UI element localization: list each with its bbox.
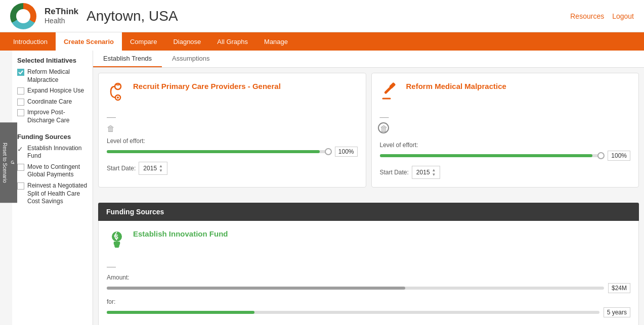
level-of-effort-label-2: Level of effort:	[380, 142, 631, 149]
main-layout: Selected Initiatives Reform Medical Malp…	[0, 51, 644, 325]
initiative-label-reform: Reform Medical Malpractice	[27, 68, 88, 84]
initiative-cards-row: Recruit Primary Care Providers - General…	[98, 73, 639, 188]
card-recruit-title: Recruit Primary Care Providers - General	[133, 81, 281, 91]
funding-label-global: Move to Contingent Global Payments	[27, 163, 88, 179]
card-reform-header: Reform Medical Malpractice	[380, 81, 631, 106]
start-date-label-2: Start Date:	[380, 169, 409, 176]
card-recruit-header: Recruit Primary Care Providers - General	[107, 81, 358, 106]
level-slider-fill-2	[380, 154, 593, 157]
initiative-checkbox-hospice[interactable]	[17, 87, 24, 95]
funding-sources-main-section: Funding Sources $	[98, 203, 639, 325]
card-reform-dash: —	[380, 112, 631, 122]
card-recruit-title-text: Recruit Primary Care Providers - General	[133, 81, 281, 91]
initiative-checkbox-coordinate[interactable]	[17, 99, 24, 106]
nav-item-all-graphs[interactable]: All Graphs	[209, 32, 256, 51]
nav-item-compare[interactable]: Compare	[122, 32, 165, 51]
svg-point-0	[115, 83, 121, 89]
nav-item-diagnose[interactable]: Diagnose	[165, 32, 209, 51]
funding-card-title-container: Establish Innovation Fund	[133, 229, 228, 239]
level-of-effort-label-1: Level of effort:	[107, 137, 358, 145]
card-reform-delete-area: 🗑	[380, 124, 388, 137]
level-slider-row-1: 100%	[107, 147, 358, 157]
for-slider-fill	[107, 311, 254, 314]
amount-label: Amount:	[107, 274, 630, 281]
reset-icon: ↺	[10, 161, 15, 165]
amount-slider-track[interactable]	[107, 287, 604, 290]
funding-card-header: $ Establish Innovation Fund	[107, 229, 630, 255]
start-date-value-2: 2015	[416, 169, 430, 176]
tab-establish-trends[interactable]: Establish Trends	[93, 51, 162, 67]
initiative-label-discharge: Improve Post-Discharge Care	[27, 109, 88, 124]
funding-innovation-fund[interactable]: ✓ Establish Innovation Fund	[17, 145, 88, 160]
svg-text:$: $	[115, 234, 118, 241]
card-reform-title-container: Reform Medical Malpractice	[406, 81, 506, 91]
initiative-post-discharge[interactable]: Improve Post-Discharge Care	[17, 109, 88, 124]
initiative-cards-section: Recruit Primary Care Providers - General…	[93, 68, 644, 198]
initiative-label-hospice: Expand Hospice Use	[27, 87, 84, 95]
app-title: Anytown, USA	[87, 8, 178, 24]
card-recruit-primary: Recruit Primary Care Providers - General…	[98, 73, 366, 188]
nav-item-create-scenario[interactable]: Create Scenario	[56, 32, 122, 51]
for-slider-row: 5 years	[107, 307, 630, 317]
level-slider-track-2[interactable]	[380, 154, 604, 157]
brand-rethink: ReThink	[45, 7, 78, 17]
content-tabs: Establish Trends Assumptions	[93, 51, 644, 68]
card-reform-delete[interactable]: 🗑	[380, 124, 388, 133]
selected-initiatives-title: Selected Initiatives	[17, 57, 88, 64]
svg-rect-8	[114, 245, 119, 247]
lightbulb-icon: $	[107, 229, 127, 255]
start-date-box-2: 2015 ▲▼	[412, 166, 441, 179]
level-slider-track-1[interactable]	[107, 150, 331, 153]
funding-card-dash: —	[107, 261, 630, 272]
stethoscope-icon	[107, 81, 127, 106]
funding-innovation-card: $ Establish Innovation Fund — Amount: $2…	[98, 221, 639, 325]
start-date-row-2: Start Date: 2015 ▲▼	[380, 166, 631, 179]
reset-to-scenario-button[interactable]: ↺ Reset to Scenario	[0, 122, 17, 203]
for-slider-track[interactable]	[107, 311, 599, 314]
initiative-checkbox-reform[interactable]	[17, 69, 24, 76]
sidebar: Selected Initiatives Reform Medical Malp…	[12, 51, 93, 325]
content-area: Establish Trends Assumptions	[93, 51, 644, 325]
nav-item-manage[interactable]: Manage	[256, 32, 296, 51]
funding-contingent-global[interactable]: Move to Contingent Global Payments	[17, 163, 88, 179]
checkmark-icon	[18, 70, 23, 74]
funding-checkmark-innovation: ✓	[17, 145, 24, 153]
funding-checkbox-reinvest[interactable]	[17, 182, 24, 190]
start-date-label-1: Start Date:	[107, 165, 136, 172]
funding-checkbox-global[interactable]	[17, 164, 24, 171]
amount-slider-row: $24M	[107, 283, 630, 293]
header-right: Resources Logout	[570, 12, 634, 20]
initiative-expand-hospice[interactable]: Expand Hospice Use	[17, 87, 88, 95]
brand-name: ReThink Health	[45, 7, 78, 25]
amount-slider-value: $24M	[608, 283, 630, 293]
for-slider-value: 5 years	[604, 307, 630, 317]
initiative-coordinate-care[interactable]: Coordinate Care	[17, 98, 88, 106]
funding-card-title-text: Establish Innovation Fund	[133, 229, 228, 239]
initiative-checkbox-discharge[interactable]	[17, 109, 24, 116]
card-recruit-dash: —	[107, 112, 358, 122]
start-date-row-1: Start Date: 2015 ▲▼	[107, 162, 358, 175]
start-date-arrows-2[interactable]: ▲▼	[432, 168, 436, 177]
level-slider-thumb-1[interactable]	[325, 148, 332, 155]
selected-initiatives-section: Selected Initiatives Reform Medical Malp…	[17, 57, 88, 125]
funding-label-innovation: Establish Innovation Fund	[27, 145, 88, 160]
nav-item-introduction[interactable]: Introduction	[5, 32, 56, 51]
logo-inner	[16, 9, 30, 23]
start-date-value-1: 2015	[143, 165, 157, 172]
level-slider-fill-1	[107, 150, 320, 153]
level-slider-value-2: 100%	[608, 151, 630, 161]
gavel-icon	[380, 81, 400, 106]
funding-reinvest[interactable]: Reinvest a Negotiated Split of Health Ca…	[17, 182, 88, 206]
start-date-arrows-1[interactable]: ▲▼	[159, 164, 163, 173]
level-slider-thumb-2[interactable]	[597, 152, 605, 159]
tab-assumptions[interactable]: Assumptions	[162, 51, 220, 67]
initiative-reform-malpractice[interactable]: Reform Medical Malpractice	[17, 68, 88, 84]
svg-point-2	[117, 97, 119, 99]
for-label: for:	[107, 298, 630, 305]
header-left: ReThink Health Anytown, USA	[10, 3, 178, 29]
card-recruit-delete[interactable]: 🗑	[107, 124, 358, 133]
svg-rect-9	[115, 247, 119, 248]
amount-slider-fill	[107, 287, 405, 290]
resources-link[interactable]: Resources	[570, 12, 604, 20]
logout-link[interactable]: Logout	[612, 12, 634, 20]
